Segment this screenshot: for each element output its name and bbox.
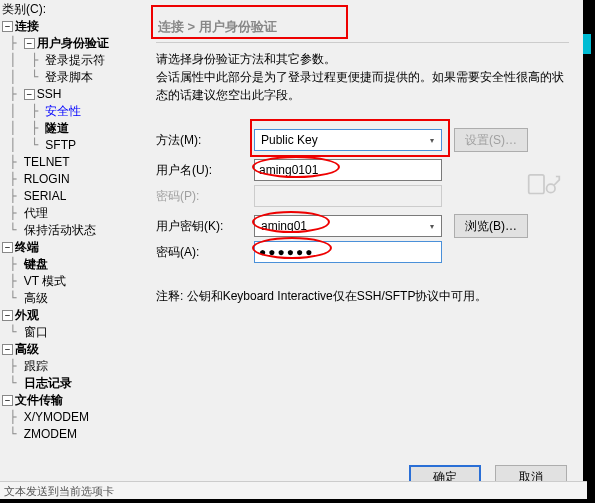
tree-label: TELNET (24, 154, 70, 171)
label-method: 方法(M): (156, 132, 254, 149)
row-method: 方法(M): Public Key ▾ 设置(S)… (156, 128, 569, 152)
tree-label: 外观 (15, 307, 39, 324)
minus-icon[interactable]: − (24, 89, 35, 100)
decoration-cyan (583, 34, 591, 54)
tree-label: SSH (37, 86, 62, 103)
desc-line2: 会话属性中此部分是为了登录过程更便捷而提供的。如果需要安全性很高的状态的话建议您… (156, 68, 569, 104)
browse-button[interactable]: 浏览(B)… (454, 214, 528, 238)
tree-label: 登录提示符 (45, 52, 105, 69)
tree-label: ZMODEM (24, 426, 77, 443)
tree-label: 键盘 (24, 256, 48, 273)
svg-rect-0 (529, 175, 544, 194)
tree-label: X/YMODEM (24, 409, 89, 426)
decoration-black-right (583, 50, 591, 499)
tree-connection[interactable]: −连接 (2, 18, 142, 35)
tree-label: RLOGIN (24, 171, 70, 188)
tree-label: 安全性 (45, 103, 81, 120)
tree-auth[interactable]: ├ −用户身份验证 (2, 35, 142, 52)
label-username: 用户名(U): (156, 162, 254, 179)
method-combo[interactable]: Public Key ▾ (254, 129, 442, 151)
method-value: Public Key (261, 133, 318, 147)
tree-sftp[interactable]: │ └ SFTP (2, 137, 142, 154)
tree-label: 日志记录 (24, 375, 72, 392)
settings-button[interactable]: 设置(S)… (454, 128, 528, 152)
tree-logging[interactable]: └ 日志记录 (2, 375, 142, 392)
tree-label: 代理 (24, 205, 48, 222)
username-input[interactable]: aming0101 (254, 159, 442, 181)
tree-filetransfer[interactable]: −文件传输 (2, 392, 142, 409)
category-tree[interactable]: −连接 ├ −用户身份验证 │ ├ 登录提示符 │ └ 登录脚本 ├ −SSH … (2, 18, 142, 459)
tree-xy[interactable]: ├ X/YMODEM (2, 409, 142, 426)
minus-icon[interactable]: − (24, 38, 35, 49)
tree-label: 保持活动状态 (24, 222, 96, 239)
username-value: aming0101 (259, 163, 318, 177)
tree-label: SFTP (45, 137, 76, 154)
tree-serial[interactable]: ├ SERIAL (2, 188, 142, 205)
row-username: 用户名(U): aming0101 (156, 158, 569, 182)
category-label: 类别(C): (2, 1, 46, 18)
tree-trace[interactable]: ├ 跟踪 (2, 358, 142, 375)
chevron-down-icon: ▾ (423, 130, 441, 150)
tree-label: 登录脚本 (45, 69, 93, 86)
tree-z[interactable]: └ ZMODEM (2, 426, 142, 443)
tree-label: 高级 (24, 290, 48, 307)
tree-telnet[interactable]: ├ TELNET (2, 154, 142, 171)
tree-label: 终端 (15, 239, 39, 256)
password-input (254, 185, 442, 207)
divider (156, 42, 569, 43)
tree-label: 高级 (15, 341, 39, 358)
description: 请选择身份验证方法和其它参数。 会话属性中此部分是为了登录过程更便捷而提供的。如… (156, 50, 569, 104)
minus-icon[interactable]: − (2, 344, 13, 355)
tree-label: VT 模式 (24, 273, 66, 290)
label-password: 密码(P): (156, 188, 254, 205)
tree-window[interactable]: └ 窗口 (2, 324, 142, 341)
tree-label: 用户身份验证 (37, 35, 109, 52)
tree-appearance[interactable]: −外观 (2, 307, 142, 324)
dialog-window: 类别(C): −连接 ├ −用户身份验证 │ ├ 登录提示符 │ └ 登录脚本 … (0, 0, 595, 503)
minus-icon[interactable]: − (2, 21, 13, 32)
key-icon (527, 170, 561, 200)
tree-keyboard[interactable]: ├ 键盘 (2, 256, 142, 273)
keypass-input[interactable]: ●●●●●● (254, 241, 442, 263)
tree-ssh[interactable]: ├ −SSH (2, 86, 142, 103)
label-userkey: 用户密钥(K): (156, 218, 254, 235)
userkey-value: aming01 (261, 219, 307, 233)
chevron-down-icon: ▾ (423, 216, 441, 236)
tree-advanced[interactable]: −高级 (2, 341, 142, 358)
keypass-value: ●●●●●● (259, 245, 315, 259)
breadcrumb: 连接 > 用户身份验证 (156, 14, 348, 40)
note-text: 注释: 公钥和Keyboard Interactive仅在SSH/SFTP协议中… (156, 288, 487, 305)
tree-label: 连接 (15, 18, 39, 35)
status-bar: 文本发送到当前选项卡 (0, 481, 587, 499)
settings-panel: 连接 > 用户身份验证 请选择身份验证方法和其它参数。 会话属性中此部分是为了登… (148, 0, 577, 455)
row-keypass: 密码(A): ●●●●●● (156, 240, 569, 264)
minus-icon[interactable]: − (2, 310, 13, 321)
minus-icon[interactable]: − (2, 242, 13, 253)
tree-keepalive[interactable]: └ 保持活动状态 (2, 222, 142, 239)
tree-login-prompt[interactable]: │ ├ 登录提示符 (2, 52, 142, 69)
svg-point-1 (547, 184, 556, 193)
tree-label: 文件传输 (15, 392, 63, 409)
tree-adv-t[interactable]: └ 高级 (2, 290, 142, 307)
tree-login-script[interactable]: │ └ 登录脚本 (2, 69, 142, 86)
tree-security[interactable]: │ ├ 安全性 (2, 103, 142, 120)
label-keypass: 密码(A): (156, 244, 254, 261)
tree-label: 窗口 (24, 324, 48, 341)
tree-tunnel[interactable]: │ ├ 隧道 (2, 120, 142, 137)
tree-terminal[interactable]: −终端 (2, 239, 142, 256)
tree-label: 隧道 (45, 120, 69, 137)
row-password: 密码(P): (156, 184, 569, 208)
tree-label: 跟踪 (24, 358, 48, 375)
tree-proxy[interactable]: ├ 代理 (2, 205, 142, 222)
userkey-combo[interactable]: aming01 ▾ (254, 215, 442, 237)
minus-icon[interactable]: − (2, 395, 13, 406)
tree-rlogin[interactable]: ├ RLOGIN (2, 171, 142, 188)
desc-line1: 请选择身份验证方法和其它参数。 (156, 50, 569, 68)
row-userkey: 用户密钥(K): aming01 ▾ 浏览(B)… (156, 214, 569, 238)
tree-label: SERIAL (24, 188, 67, 205)
tree-vt[interactable]: ├ VT 模式 (2, 273, 142, 290)
